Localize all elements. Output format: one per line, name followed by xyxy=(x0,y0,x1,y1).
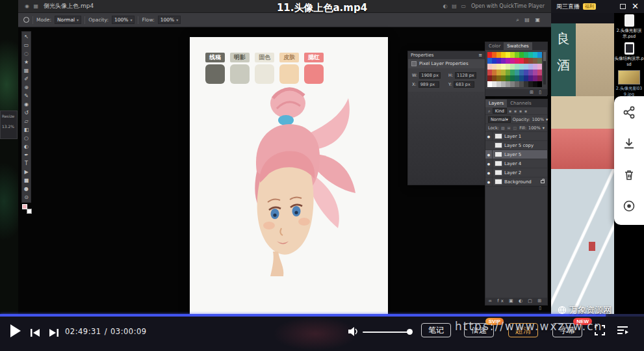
fullscreen-button[interactable] xyxy=(594,324,606,339)
swatch-color[interactable] xyxy=(528,64,533,70)
swatch-color[interactable] xyxy=(533,75,537,81)
swatch-color[interactable] xyxy=(515,81,519,87)
swatch-color[interactable] xyxy=(506,64,510,70)
notes-button[interactable]: 笔记 xyxy=(421,323,451,337)
swatch-color[interactable] xyxy=(506,52,510,58)
swatch-color[interactable] xyxy=(510,58,515,64)
eyedropper-tool[interactable]: ✐ xyxy=(22,75,31,83)
type-tool[interactable]: T xyxy=(22,159,31,168)
swatch-color[interactable] xyxy=(515,52,519,58)
swatch-color[interactable] xyxy=(537,64,542,70)
blur-tool[interactable]: ○ xyxy=(22,134,31,142)
swatch-color[interactable] xyxy=(519,75,524,81)
close-button[interactable]: ✕ xyxy=(632,0,639,13)
gradient-tool[interactable]: ◧ xyxy=(22,125,31,134)
scrollbar[interactable] xyxy=(543,52,546,84)
sidebar-file-item[interactable]: 2.头像光影039.jpg xyxy=(614,70,644,97)
swatch-color[interactable] xyxy=(533,58,537,64)
tab-channels[interactable]: Channels xyxy=(507,99,534,107)
visibility-toggle[interactable]: ● xyxy=(485,177,493,187)
foreground-background-colors[interactable] xyxy=(22,204,32,214)
swatch-color[interactable] xyxy=(533,64,537,70)
panel-menu-icon[interactable]: ≡ xyxy=(478,51,482,59)
swatch-color[interactable] xyxy=(519,52,524,58)
swatch-color[interactable] xyxy=(515,70,519,75)
swatch-color[interactable] xyxy=(528,70,533,75)
swatch-color[interactable] xyxy=(524,75,528,81)
background-color-swatch[interactable] xyxy=(27,209,32,214)
swatch-color[interactable] xyxy=(510,52,515,58)
swatch-color[interactable] xyxy=(519,64,524,70)
swatch-color[interactable] xyxy=(524,52,528,58)
swatch-color[interactable] xyxy=(487,58,492,64)
path-select-tool[interactable]: ▶ xyxy=(22,168,31,176)
layer-row[interactable]: ●Layer 4 xyxy=(485,159,547,168)
kind-filter-select[interactable]: Kind xyxy=(493,108,507,114)
eraser-tool[interactable]: ▱ xyxy=(22,117,31,125)
volume-slider[interactable] xyxy=(363,332,411,333)
swatch-color[interactable] xyxy=(537,75,542,81)
mode-select[interactable]: Normal▾ xyxy=(55,16,81,24)
opacity-select[interactable]: 100%▾ xyxy=(112,16,135,24)
swatch-color[interactable] xyxy=(533,52,537,58)
marquee-tool[interactable]: ▭ xyxy=(22,41,31,49)
swatch-color[interactable] xyxy=(496,81,501,87)
swatch-color[interactable] xyxy=(506,75,510,81)
swatch-color[interactable] xyxy=(524,81,528,87)
swatch-color[interactable] xyxy=(510,81,515,87)
tab-layers[interactable]: Layers xyxy=(485,99,507,107)
swatch-color[interactable] xyxy=(496,75,501,81)
history-brush-tool[interactable]: ↺ xyxy=(22,109,31,117)
speed-button[interactable]: 倍速 SVIP xyxy=(464,323,494,337)
filter-type-icons[interactable]: ▪ ▪ ▪ ▪ xyxy=(509,109,528,113)
foreground-color-swatch[interactable] xyxy=(22,204,27,209)
swatch-color[interactable] xyxy=(487,81,492,87)
flow-select[interactable]: 100%▾ xyxy=(158,16,181,24)
layer-row[interactable]: ●Layer 2 xyxy=(485,168,547,177)
swatch-color[interactable] xyxy=(533,70,537,75)
lasso-tool[interactable]: ◌ xyxy=(22,49,31,58)
swatch-color[interactable] xyxy=(501,81,506,87)
previous-button[interactable] xyxy=(30,328,41,340)
swatch-color[interactable] xyxy=(515,64,519,70)
swatch-color[interactable] xyxy=(537,52,542,58)
swatch-color[interactable] xyxy=(537,58,542,64)
swatch-color[interactable] xyxy=(515,75,519,81)
layers-footer-icons[interactable]: ∞ fx ▣ ◐ ▢ ⊞ ▯ xyxy=(485,298,547,305)
swatch-color[interactable] xyxy=(506,58,510,64)
dodge-tool[interactable]: ◐ xyxy=(22,142,31,151)
dimension-field[interactable]: X:989 px xyxy=(412,81,444,88)
swatch-color[interactable] xyxy=(524,64,528,70)
swatch-color[interactable] xyxy=(528,75,533,81)
tab-color[interactable]: Color xyxy=(485,42,504,50)
layer-row[interactable]: Layer 5 copy xyxy=(485,141,547,150)
swatch-color[interactable] xyxy=(487,70,492,75)
swatch-color[interactable] xyxy=(492,58,496,64)
dimension-field[interactable]: H:1128 px xyxy=(448,72,481,79)
layers-opacity-value[interactable]: 100% xyxy=(532,117,545,122)
swatch-color[interactable] xyxy=(492,70,496,75)
swatch-color[interactable] xyxy=(506,70,510,75)
shape-tool[interactable]: ■ xyxy=(22,176,31,185)
swatch-color[interactable] xyxy=(501,52,506,58)
tab-swatches[interactable]: Swatches xyxy=(504,42,532,50)
play-button[interactable] xyxy=(9,323,22,341)
swatch-color[interactable] xyxy=(496,70,501,75)
swatch-color[interactable] xyxy=(501,75,506,81)
delete-button[interactable] xyxy=(622,168,636,185)
visibility-toggle[interactable]: ● xyxy=(485,168,493,177)
sidebar-file-item[interactable]: 2.头像光影演示.psd xyxy=(614,14,644,39)
dimension-field[interactable]: W:1908 px xyxy=(412,72,444,79)
layer-row[interactable]: ●Background xyxy=(485,177,547,187)
move-tool[interactable]: ↖ xyxy=(22,32,31,41)
volume-button[interactable] xyxy=(347,326,359,339)
lock-option-icons[interactable]: ▨ ⊞ ◫ xyxy=(501,125,517,130)
swatch-color[interactable] xyxy=(528,81,533,87)
quick-select-tool[interactable]: ★ xyxy=(22,58,31,66)
swatch-color[interactable] xyxy=(528,58,533,64)
swatch-color[interactable] xyxy=(510,64,515,70)
swatch-color[interactable] xyxy=(533,81,537,87)
swatch-color[interactable] xyxy=(515,58,519,64)
healing-tool[interactable]: ⊕ xyxy=(22,83,31,92)
visibility-toggle[interactable]: ● xyxy=(485,132,493,141)
